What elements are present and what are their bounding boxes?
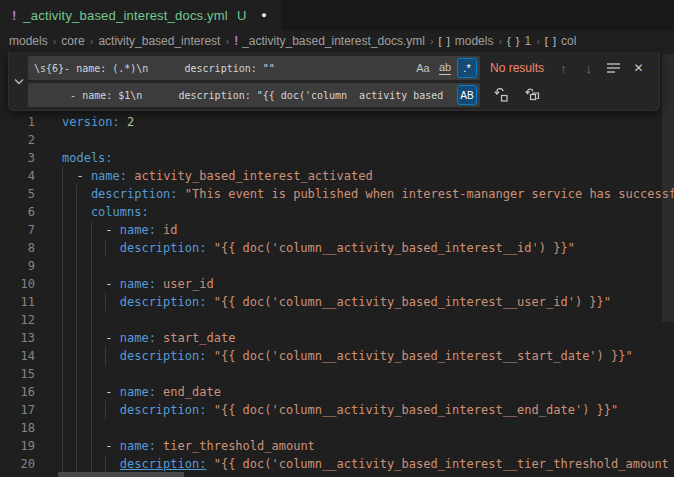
code-line[interactable]: 12 xyxy=(0,311,674,329)
code-line[interactable]: 10- name: user_id xyxy=(0,275,674,293)
indent-guide xyxy=(62,221,76,239)
indent-guide xyxy=(76,221,90,239)
indent-guide xyxy=(62,167,76,185)
replace-all-icon xyxy=(524,87,540,103)
line-number: 7 xyxy=(0,221,35,239)
breadcrumb-item[interactable]: { }1 xyxy=(507,34,531,48)
code-text: models: xyxy=(62,149,113,167)
breadcrumb-item[interactable]: activity_based_interest xyxy=(98,34,220,48)
code-line[interactable]: 4- name: activity_based_interest_activat… xyxy=(0,167,674,185)
line-number: 2 xyxy=(0,131,35,149)
breadcrumb-item[interactable]: [ ]models xyxy=(439,34,494,48)
line-number: 19 xyxy=(0,437,35,455)
code-line[interactable]: 8description: "{{ doc('column__activity_… xyxy=(0,239,674,257)
indent-guide xyxy=(91,455,105,473)
breadcrumb-item[interactable]: [ ]col xyxy=(545,34,577,48)
find-replace-widget: Aa ab .* No results ↑ ↓ ✕ xyxy=(8,52,660,111)
indent-guide xyxy=(62,383,76,401)
replace-all-button[interactable] xyxy=(521,85,542,106)
vertical-scrollbar-thumb[interactable] xyxy=(662,54,674,322)
horizontal-scrollbar-thumb[interactable] xyxy=(58,472,184,477)
breadcrumb-item[interactable]: !_activity_based_interest_docs.yml xyxy=(234,34,425,48)
code-editor[interactable]: 1version: 223models:4- name: activity_ba… xyxy=(0,52,674,477)
indent-guide xyxy=(76,455,90,473)
replace-icon xyxy=(493,87,509,103)
code-line[interactable]: 6columns: xyxy=(0,203,674,221)
code-text xyxy=(62,311,105,329)
indent-guide xyxy=(76,185,90,203)
code-line[interactable]: 11description: "{{ doc('column__activity… xyxy=(0,293,674,311)
replace-button[interactable] xyxy=(490,85,511,106)
find-in-selection-button[interactable] xyxy=(603,58,624,79)
preserve-case-toggle[interactable]: AB xyxy=(457,85,477,105)
line-number: 12 xyxy=(0,311,35,329)
indent-guide xyxy=(62,365,76,383)
yaml-file-icon: ! xyxy=(12,8,16,23)
code-lines: 1version: 223models:4- name: activity_ba… xyxy=(0,113,674,473)
indent-guide xyxy=(76,239,90,257)
code-line[interactable]: 1version: 2 xyxy=(0,113,674,131)
breadcrumb-label: models xyxy=(9,34,48,48)
previous-match-button[interactable]: ↑ xyxy=(553,58,574,79)
code-line[interactable]: 19- name: tier_threshold_amount xyxy=(0,437,674,455)
breadcrumb-label: core xyxy=(61,34,84,48)
indent-guide xyxy=(62,419,76,437)
code-line[interactable]: 15 xyxy=(0,365,674,383)
indent-guide xyxy=(62,455,76,473)
code-text xyxy=(62,419,105,437)
match-case-toggle[interactable]: Aa xyxy=(413,58,433,78)
symbol-object-icon: { } xyxy=(507,35,520,47)
replace-input[interactable] xyxy=(34,90,450,101)
find-input[interactable] xyxy=(34,63,412,74)
indent-guide xyxy=(91,311,105,329)
code-line[interactable]: 17description: "{{ doc('column__activity… xyxy=(0,401,674,419)
code-line[interactable]: 14description: "{{ doc('column__activity… xyxy=(0,347,674,365)
code-line[interactable]: 16- name: end_date xyxy=(0,383,674,401)
symbol-array-icon: [ ] xyxy=(545,35,557,47)
indent-guide xyxy=(91,347,105,365)
yaml-file-icon: ! xyxy=(234,34,238,48)
breadcrumb-separator: › xyxy=(53,35,57,47)
breadcrumb-item[interactable]: models xyxy=(9,34,48,48)
indent-guide xyxy=(91,275,105,293)
code-line[interactable]: 2 xyxy=(0,131,674,149)
code-line[interactable]: 3models: xyxy=(0,149,674,167)
line-number: 14 xyxy=(0,347,35,365)
regex-toggle[interactable]: .* xyxy=(457,58,477,78)
code-line[interactable]: 20description: "{{ doc('column__activity… xyxy=(0,455,674,473)
code-text: description: "{{ doc('column__activity_b… xyxy=(62,455,669,473)
find-input-box: Aa ab .* xyxy=(28,56,480,80)
indent-guide xyxy=(62,311,76,329)
line-number: 18 xyxy=(0,419,35,437)
find-results-count: No results xyxy=(490,61,544,75)
whole-word-toggle[interactable]: ab xyxy=(435,58,455,78)
breadcrumb-item[interactable]: core xyxy=(61,34,84,48)
unsaved-changes-dot-icon[interactable]: ● xyxy=(261,10,266,20)
code-line[interactable]: 5description: "This event is published w… xyxy=(0,185,674,203)
indent-guide xyxy=(91,221,105,239)
toggle-replace-button[interactable] xyxy=(9,52,28,110)
code-text xyxy=(62,365,105,383)
code-line[interactable]: 7- name: id xyxy=(0,221,674,239)
code-line[interactable]: 13- name: start_date xyxy=(0,329,674,347)
close-find-widget-button[interactable]: ✕ xyxy=(628,58,649,79)
indent-guide xyxy=(105,401,119,419)
line-number: 17 xyxy=(0,401,35,419)
indent-guide xyxy=(91,437,105,455)
code-line[interactable]: 18 xyxy=(0,419,674,437)
code-line[interactable]: 9 xyxy=(0,257,674,275)
git-untracked-badge: U xyxy=(237,8,246,23)
indent-guide xyxy=(91,329,105,347)
line-number: 9 xyxy=(0,257,35,275)
line-number: 10 xyxy=(0,275,35,293)
breadcrumb-label: _activity_based_interest_docs.yml xyxy=(242,34,425,48)
next-match-button[interactable]: ↓ xyxy=(578,58,599,79)
indent-guide xyxy=(105,347,119,365)
tab-activity-based-interest-docs[interactable]: ! _activity_based_interest_docs.yml U ● xyxy=(0,0,281,30)
breadcrumb-separator: › xyxy=(90,35,94,47)
indent-guide xyxy=(62,401,76,419)
indent-guide xyxy=(76,257,90,275)
indent-guide xyxy=(62,275,76,293)
code-text: - name: activity_based_interest_activate… xyxy=(62,167,373,185)
indent-guide xyxy=(91,401,105,419)
